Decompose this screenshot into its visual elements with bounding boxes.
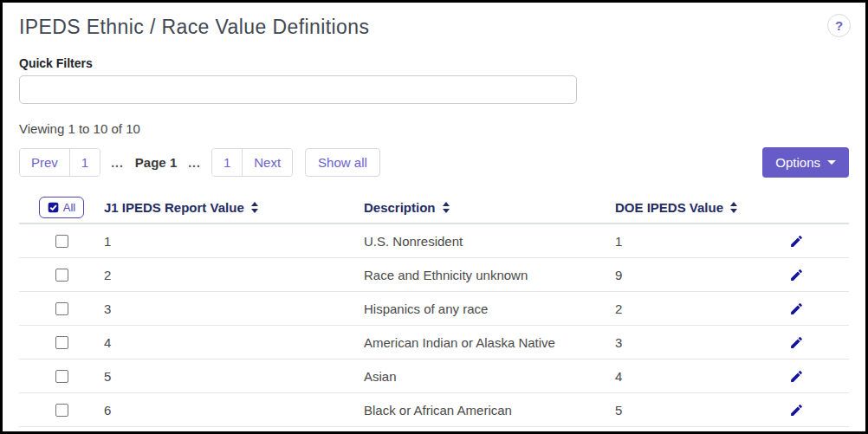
doe-value-cell: 5 (615, 403, 762, 418)
options-button-label: Options (775, 155, 820, 170)
quick-filters-label: Quick Filters (19, 56, 849, 70)
report-value-cell: 2 (104, 268, 364, 282)
row-checkbox[interactable] (55, 370, 68, 383)
edit-pencil-icon[interactable] (789, 268, 804, 282)
column-header-report-value[interactable]: J1 IPEDS Report Value (104, 200, 364, 215)
description-cell: U.S. Nonresident (364, 234, 615, 249)
report-value-cell: 1 (104, 234, 364, 249)
options-button[interactable]: Options (762, 147, 849, 178)
doe-value-cell: 3 (615, 335, 762, 350)
next-button[interactable]: Next (242, 149, 292, 176)
row-checkbox[interactable] (55, 302, 68, 315)
sort-icon (251, 202, 258, 213)
description-cell: Race and Ethnicity unknown (364, 268, 615, 282)
table-header-row: All J1 IPEDS Report Value Description DO… (19, 191, 849, 224)
check-square-icon (48, 202, 59, 213)
table-row: 4 American Indian or Alaska Native 3 (19, 326, 849, 360)
row-checkbox[interactable] (55, 404, 68, 417)
doe-value-cell: 1 (615, 234, 762, 249)
report-value-cell: 5 (104, 369, 364, 384)
description-cell: Asian (364, 369, 615, 384)
ellipsis-left: ... (111, 159, 124, 167)
prev-button[interactable]: Prev (20, 149, 69, 176)
ellipsis-right: ... (188, 159, 201, 167)
viewing-status: Viewing 1 to 10 of 10 (19, 121, 849, 136)
next-page-number-button[interactable]: 1 (212, 149, 242, 176)
edit-pencil-icon[interactable] (789, 301, 804, 316)
report-value-cell: 6 (104, 403, 364, 418)
select-all-label: All (63, 201, 75, 214)
edit-pencil-icon[interactable] (789, 369, 804, 384)
table-row: 1 U.S. Nonresident 1 (19, 224, 849, 258)
doe-value-cell: 9 (615, 268, 762, 282)
sort-icon (730, 202, 737, 213)
next-button-group: 1 Next (211, 148, 293, 177)
prev-page-number-button[interactable]: 1 (69, 149, 100, 176)
table-row: 5 Asian 4 (19, 360, 849, 393)
doe-value-cell: 2 (615, 301, 762, 316)
table-row: 6 Black or African American 5 (19, 393, 849, 427)
description-cell: American Indian or Alaska Native (364, 335, 615, 350)
table-row: 3 Hispanics of any race 2 (19, 292, 849, 326)
current-page-label: Page 1 (135, 155, 177, 170)
edit-pencil-icon[interactable] (789, 335, 804, 350)
table-body: 1 U.S. Nonresident 1 2 Race and Ethnicit… (19, 224, 849, 427)
row-checkbox[interactable] (55, 336, 68, 349)
report-value-cell: 4 (104, 335, 364, 350)
description-cell: Hispanics of any race (364, 301, 615, 316)
column-header-label: Description (364, 200, 436, 215)
sort-icon (443, 202, 450, 213)
chevron-down-icon (827, 160, 836, 165)
edit-pencil-icon[interactable] (789, 403, 804, 418)
column-header-doe-value[interactable]: DOE IPEDS Value (615, 200, 762, 215)
question-mark-icon: ? (835, 18, 843, 33)
column-header-label: J1 IPEDS Report Value (104, 200, 244, 215)
help-button[interactable]: ? (827, 14, 851, 37)
pagination-bar: Prev 1 ... Page 1 ... 1 Next Show all Op… (19, 147, 849, 178)
column-header-label: DOE IPEDS Value (615, 200, 723, 215)
edit-pencil-icon[interactable] (789, 234, 804, 249)
row-checkbox[interactable] (55, 269, 68, 282)
report-value-cell: 3 (104, 301, 364, 316)
description-cell: Black or African American (364, 403, 615, 418)
prev-button-group: Prev 1 (19, 148, 100, 177)
quick-filters-input[interactable] (19, 75, 577, 104)
table-row: 2 Race and Ethnicity unknown 9 (19, 258, 849, 292)
show-all-button[interactable]: Show all (305, 148, 380, 177)
doe-value-cell: 4 (615, 369, 762, 384)
definitions-table: All J1 IPEDS Report Value Description DO… (19, 191, 849, 427)
page: IPEDS Ethnic / Race Value Definitions ? … (0, 0, 868, 434)
select-all-button[interactable]: All (39, 197, 84, 218)
column-header-description[interactable]: Description (364, 200, 615, 215)
page-title: IPEDS Ethnic / Race Value Definitions (19, 16, 849, 39)
row-checkbox[interactable] (55, 235, 68, 248)
